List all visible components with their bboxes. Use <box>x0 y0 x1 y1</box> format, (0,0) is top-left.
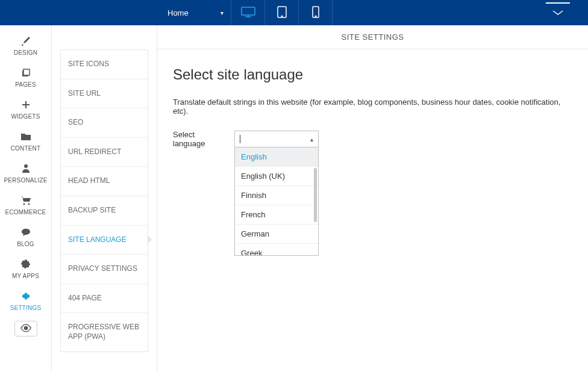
dropdown-scrollbar[interactable] <box>314 168 317 222</box>
preview-button[interactable] <box>14 321 37 336</box>
dropdown-option-finnish[interactable]: Finnish <box>235 186 318 205</box>
dropdown-option-greek[interactable]: Greek <box>235 244 318 256</box>
sub-item-404-page[interactable]: 404 PAGE <box>61 284 148 314</box>
language-select[interactable]: ▴ <box>234 131 319 147</box>
tablet-icon <box>277 6 287 20</box>
rail-item-settings[interactable]: SETTINGS <box>0 285 51 317</box>
rail-label: SETTINGS <box>10 305 42 311</box>
svg-point-6 <box>315 16 316 17</box>
gear-icon <box>21 290 31 302</box>
cart-icon <box>20 194 31 206</box>
expand-toggle[interactable] <box>546 0 570 25</box>
sub-item-head-html[interactable]: HEAD HTML <box>61 167 148 196</box>
language-select-wrap: ▴ English English (UK) Finnish French Ge… <box>234 131 319 147</box>
main-header-title: SITE SETTINGS <box>341 33 404 42</box>
rail-item-ecommerce[interactable]: ECOMMERCE <box>0 190 51 222</box>
puzzle-icon <box>21 258 31 270</box>
rail-item-myapps[interactable]: MY APPS <box>0 253 51 285</box>
svg-point-11 <box>24 164 28 168</box>
brush-icon <box>20 35 31 47</box>
rail-item-blog[interactable]: BLOG <box>0 222 51 253</box>
svg-point-12 <box>23 203 25 205</box>
left-rail: DESIGN PAGES WIDGETS CONTENT PERSONALIZE… <box>0 25 52 372</box>
sub-item-pwa[interactable]: PROGRESSIVE WEB APP (PWA) <box>61 313 148 351</box>
sub-item-seo[interactable]: SEO <box>61 108 148 138</box>
dropdown-option-english[interactable]: English <box>235 147 318 167</box>
svg-point-13 <box>28 203 30 205</box>
plus-icon <box>21 99 31 111</box>
rail-item-design[interactable]: DESIGN <box>0 30 51 62</box>
svg-point-14 <box>24 326 27 329</box>
rail-item-pages[interactable]: PAGES <box>0 62 51 94</box>
svg-point-4 <box>281 16 283 17</box>
person-icon <box>22 163 30 175</box>
main-content: SITE SETTINGS Select site language Trans… <box>157 25 588 372</box>
page-description: Translate default strings in this websit… <box>173 98 572 116</box>
sub-item-site-icons[interactable]: SITE ICONS <box>61 50 148 79</box>
device-tab-mobile[interactable] <box>299 0 333 25</box>
device-tabs <box>231 0 333 25</box>
chat-icon <box>21 226 31 238</box>
sub-item-site-language[interactable]: SITE LANGUAGE <box>61 226 148 255</box>
settings-submenu: SITE ICONS SITE URL SEO URL REDIRECT HEA… <box>60 49 148 352</box>
sub-item-site-url[interactable]: SITE URL <box>61 79 148 109</box>
page-selector[interactable]: Home ▾ <box>160 0 231 25</box>
chevron-down-icon: ▾ <box>220 10 224 16</box>
svg-rect-0 <box>242 7 255 15</box>
page-title: Select site language <box>173 66 572 83</box>
language-dropdown: English English (UK) Finnish French Germ… <box>234 147 319 256</box>
rail-label: ECOMMERCE <box>5 209 46 215</box>
rail-label: MY APPS <box>12 273 39 279</box>
desktop-icon <box>241 7 255 19</box>
dropdown-option-french[interactable]: French <box>235 205 318 225</box>
topbar: Home ▾ <box>0 0 588 25</box>
sub-item-backup-site[interactable]: BACKUP SITE <box>61 196 148 226</box>
rail-label: PAGES <box>15 81 36 88</box>
svg-rect-8 <box>23 69 30 75</box>
rail-label: BLOG <box>17 241 34 247</box>
rail-label: CONTENT <box>11 145 41 152</box>
pages-icon <box>21 67 31 79</box>
mobile-icon <box>312 6 319 20</box>
sub-item-privacy-settings[interactable]: PRIVACY SETTINGS <box>61 255 148 284</box>
device-tab-desktop[interactable] <box>231 0 265 25</box>
language-field-label: Select language <box>173 130 228 148</box>
folder-icon <box>20 131 31 143</box>
rail-label: PERSONALIZE <box>4 177 47 184</box>
rail-item-widgets[interactable]: WIDGETS <box>0 94 51 126</box>
chevron-up-icon: ▴ <box>310 136 313 143</box>
dropdown-option-german[interactable]: German <box>235 225 318 244</box>
chevron-down-icon <box>551 9 565 16</box>
page-selector-label: Home <box>167 8 189 17</box>
main-body: Select site language Translate default s… <box>157 49 588 165</box>
language-field-row: Select language ▴ English English (UK) F… <box>173 130 572 148</box>
rail-item-personalize[interactable]: PERSONALIZE <box>0 158 51 190</box>
rail-label: DESIGN <box>14 49 38 56</box>
rail-label: WIDGETS <box>11 113 40 120</box>
main-header: SITE SETTINGS <box>157 25 588 49</box>
device-tab-tablet[interactable] <box>265 0 299 25</box>
sub-item-url-redirect[interactable]: URL REDIRECT <box>61 138 148 167</box>
text-cursor <box>240 135 240 143</box>
dropdown-option-english-uk[interactable]: English (UK) <box>235 167 318 186</box>
eye-icon <box>20 324 32 334</box>
rail-item-content[interactable]: CONTENT <box>0 126 51 158</box>
